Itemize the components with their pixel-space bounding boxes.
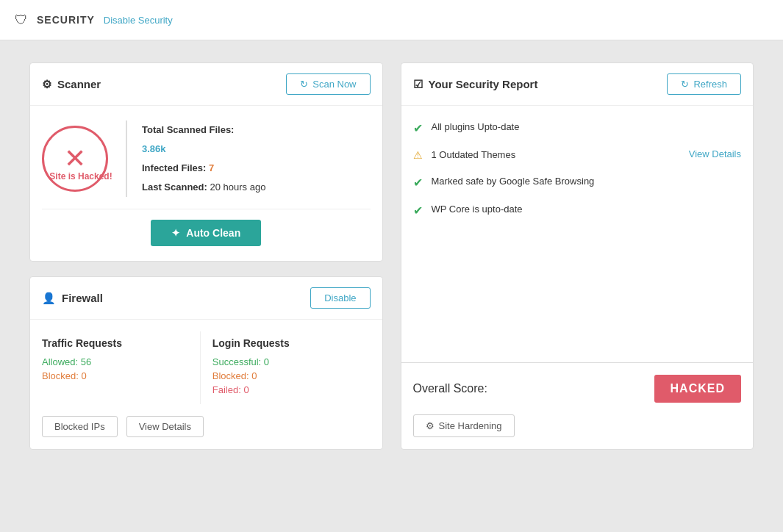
report-item-text: WP Core is upto-date (432, 203, 742, 216)
report-item-text: All plugins Upto-date (432, 121, 742, 134)
gear-small-icon: ⚙ (426, 420, 435, 431)
login-failed: Failed: 0 (212, 384, 365, 395)
firewall-view-details-button[interactable]: View Details (126, 416, 204, 437)
gear-icon: ⚙ (42, 78, 51, 91)
hacked-circle: ✕ (42, 126, 108, 192)
report-item-text: Marked safe by Google Safe Browsing (432, 175, 742, 188)
refresh-icon: ↻ (681, 79, 689, 90)
blocked-ips-button[interactable]: Blocked IPs (42, 416, 118, 437)
report-item: ✔Marked safe by Google Safe Browsing (413, 175, 742, 190)
scanner-body: ✕ Total Scanned Files: 3.86k Infected Fi… (30, 106, 382, 261)
scanner-header: ⚙ Scanner ↻ Scan Now (30, 63, 382, 106)
traffic-requests-col: Traffic Requests Allowed: 56 Blocked: 0 (42, 331, 200, 404)
firewall-disable-button[interactable]: Disable (310, 287, 370, 309)
site-hardening-row: ⚙ Site Hardening (401, 414, 754, 449)
scanner-panel: ⚙ Scanner ↻ Scan Now ✕ To (29, 62, 383, 262)
login-requests-col: Login Requests Successful: 0 Blocked: 0 … (200, 331, 371, 404)
report-item: ✔WP Core is upto-date (413, 203, 742, 218)
check-icon: ✔ (413, 176, 423, 190)
check-icon: ✔ (413, 121, 423, 135)
auto-clean-button[interactable]: ✦ Auto Clean (151, 220, 261, 246)
firewall-columns: Traffic Requests Allowed: 56 Blocked: 0 … (42, 331, 371, 404)
shield-icon: 🛡 (15, 12, 28, 28)
traffic-allowed: Allowed: 56 (42, 356, 194, 367)
topbar: 🛡 SECURITY Disable Security (0, 0, 783, 40)
checkbox-icon: ☑ (413, 78, 423, 91)
overall-score-label: Overall Score: (413, 382, 487, 395)
check-icon: ✔ (413, 204, 423, 218)
security-report-panel: ☑ Your Security Report ↻ Refresh ✔All pl… (401, 62, 754, 450)
scan-now-button[interactable]: ↻ Scan Now (286, 73, 370, 95)
scanner-info-row: ✕ Total Scanned Files: 3.86k Infected Fi… (42, 121, 371, 209)
scanner-title: ⚙ Scanner (42, 78, 101, 91)
clean-icon: ✦ (171, 227, 180, 239)
total-scanned-line: Total Scanned Files: 3.86k (142, 121, 265, 159)
firewall-actions: Blocked IPs View Details (42, 416, 371, 437)
view-details-link[interactable]: View Details (689, 148, 741, 159)
site-hardening-button[interactable]: ⚙ Site Hardening (413, 414, 515, 437)
right-column: ☑ Your Security Report ↻ Refresh ✔All pl… (401, 62, 754, 450)
app-title: SECURITY (37, 14, 95, 26)
security-report-title: ☑ Your Security Report (413, 78, 538, 91)
hacked-x-icon: ✕ (64, 145, 86, 172)
report-body: ✔All plugins Upto-date⚠1 Outdated Themes… (401, 106, 754, 362)
firewall-header: 👤 Firewall Disable (30, 277, 382, 320)
overall-score-bar: Overall Score: HACKED (401, 362, 754, 414)
traffic-blocked: Blocked: 0 (42, 370, 194, 381)
user-icon: 👤 (42, 292, 56, 305)
firewall-panel: 👤 Firewall Disable Traffic Requests Allo… (29, 276, 383, 450)
login-successful: Successful: 0 (212, 356, 365, 367)
hacked-badge: HACKED (654, 375, 741, 403)
warning-icon: ⚠ (413, 149, 423, 161)
scan-icon: ↻ (300, 79, 308, 90)
report-item: ✔All plugins Upto-date (413, 121, 742, 135)
firewall-body: Traffic Requests Allowed: 56 Blocked: 0 … (30, 320, 382, 449)
login-blocked: Blocked: 0 (212, 370, 365, 381)
report-item: ⚠1 Outdated ThemesView Details (413, 148, 742, 162)
main-content: ⚙ Scanner ↻ Scan Now ✕ To (0, 40, 783, 472)
report-item-text: 1 Outdated Themes (432, 148, 680, 162)
scan-stats: Total Scanned Files: 3.86k Infected File… (126, 121, 265, 197)
report-items-container: ✔All plugins Upto-date⚠1 Outdated Themes… (413, 121, 742, 218)
left-column: ⚙ Scanner ↻ Scan Now ✕ To (29, 62, 383, 450)
site-hacked-label: Site is Hacked! (48, 171, 114, 181)
disable-security-link[interactable]: Disable Security (104, 15, 173, 26)
refresh-button[interactable]: ↻ Refresh (667, 73, 741, 95)
security-report-header: ☑ Your Security Report ↻ Refresh (401, 63, 754, 106)
firewall-title: 👤 Firewall (42, 292, 103, 305)
